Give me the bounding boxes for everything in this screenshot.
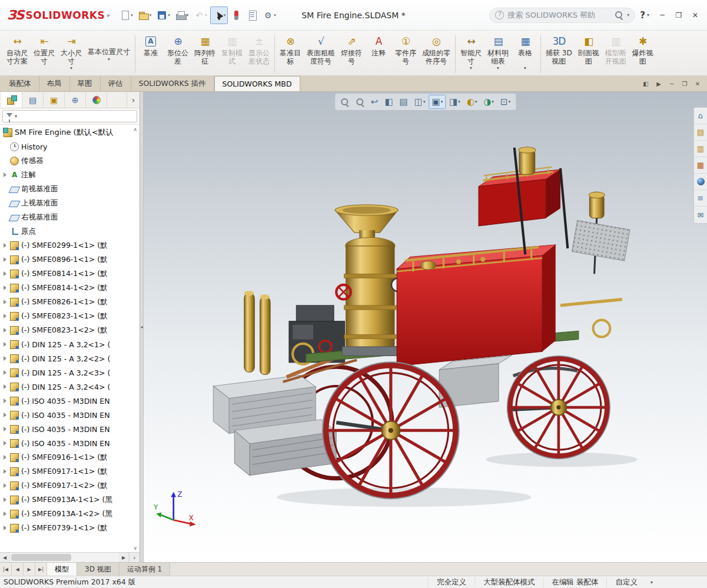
note-button[interactable]: A 注释: [365, 33, 392, 66]
tree-item[interactable]: (-) SMFE0917-1<1> (默: [0, 464, 140, 479]
appearances-scenes-tab[interactable]: [694, 174, 707, 190]
dropdown-caret-icon[interactable]: ▾: [627, 12, 629, 18]
expand-icon[interactable]: [3, 327, 8, 333]
tree-item[interactable]: (-) SMFE0823-1<2> (默: [0, 323, 140, 337]
first-tab-button[interactable]: |◀: [0, 563, 12, 576]
geometric-tolerance-button[interactable]: ⊕ 形位公差: [164, 33, 191, 66]
displaymanager-tab[interactable]: [86, 92, 107, 108]
expand-icon[interactable]: [3, 469, 8, 474]
close-panel-button[interactable]: ✕: [692, 78, 703, 89]
last-tab-button[interactable]: ▶|: [35, 563, 47, 576]
expand-icon[interactable]: [3, 384, 8, 390]
balloon-button[interactable]: ① 零件序号: [392, 33, 419, 66]
expand-icon[interactable]: [3, 454, 8, 460]
section-view-tool-button[interactable]: ◧: [381, 95, 396, 109]
bom-button[interactable]: ▤ 材料明细表 ▾: [484, 33, 512, 71]
expand-icon[interactable]: [3, 440, 8, 446]
size-dimension-button[interactable]: ⇥ 大小尺寸 ▾: [58, 33, 85, 71]
tree-item[interactable]: (-) SMFE0814-1<1> (默: [0, 267, 140, 281]
save-document-button[interactable]: ▾: [154, 6, 172, 24]
minimize-panel-button[interactable]: ─: [666, 78, 678, 89]
file-properties-button[interactable]: [244, 6, 260, 24]
expand-icon[interactable]: [3, 299, 8, 305]
apply-scene-button[interactable]: ◑ ▾: [480, 95, 497, 109]
auto-dimension-scheme-button[interactable]: ↔ 自动尺寸方案: [4, 33, 31, 66]
tree-root-item[interactable]: SM Fire Engine (默认<默认: [0, 125, 140, 139]
basic-location-dimension-button[interactable]: 基本位置尺寸 ▾: [85, 33, 133, 62]
tree-item[interactable]: (-) SMFE0299-1<1> (默: [0, 238, 140, 253]
expand-icon[interactable]: [3, 285, 8, 291]
custom-properties-tab[interactable]: ≡: [694, 190, 707, 207]
tree-item[interactable]: (-) ISO 4035 - M3DIN EN: [0, 394, 140, 408]
configurationmanager-tab[interactable]: ▣: [44, 92, 65, 108]
panel-expand-button[interactable]: ›: [129, 553, 140, 562]
new-document-button[interactable]: ▾: [117, 6, 135, 24]
tree-item[interactable]: (-) ISO 4035 - M3DIN EN: [0, 436, 140, 450]
tree-item[interactable]: (-) SMFE0739-1<1> (默: [0, 521, 140, 535]
tree-item[interactable]: 注解: [0, 168, 140, 182]
model-break-view-button[interactable]: ▥ 模型断开视图: [602, 33, 629, 66]
expand-icon[interactable]: [3, 341, 8, 347]
edit-appearance-button[interactable]: ◐ ▾: [464, 95, 480, 109]
command-tab[interactable]: 草图: [70, 76, 101, 91]
close-button[interactable]: ✕: [687, 8, 703, 22]
expand-icon[interactable]: [3, 398, 8, 404]
smart-dimension-button[interactable]: ↔ 智能尺寸 ▾: [457, 33, 484, 71]
tree-scroll-up[interactable]: ∧: [133, 127, 137, 132]
tree-item[interactable]: (-) SMFE0814-1<2> (默: [0, 281, 140, 295]
tree-item[interactable]: 传感器: [0, 154, 140, 168]
next-tab-button[interactable]: ▶: [24, 563, 35, 576]
tree-item[interactable]: (-) ISO 4035 - M3DIN EN: [0, 422, 140, 436]
propertymanager-tab[interactable]: ▤: [22, 92, 44, 108]
scroll-right-icon[interactable]: ▶: [119, 553, 129, 562]
tree-filter-input[interactable]: ▾: [2, 110, 137, 122]
tree-item[interactable]: 右视基准面: [0, 210, 140, 224]
dock-panel-right-button[interactable]: ▶: [653, 78, 665, 89]
expand-icon[interactable]: [3, 426, 8, 432]
view-orientation-button[interactable]: ▣ ▾: [429, 95, 446, 109]
help-menu[interactable]: ? ▾: [640, 10, 649, 21]
hide-show-items-button[interactable]: ◫ ▾: [411, 95, 429, 109]
scrollbar-thumb[interactable]: [11, 554, 71, 561]
command-tab[interactable]: 评估: [101, 76, 131, 91]
tree-item[interactable]: 上视基准面: [0, 196, 140, 210]
tree-item[interactable]: (-) SMFE0823-1<1> (默: [0, 309, 140, 323]
command-tab[interactable]: 布局: [39, 76, 70, 91]
dynamic-annotation-views-button[interactable]: ▤: [397, 95, 411, 109]
restore-button[interactable]: ❐: [671, 8, 687, 22]
command-tab[interactable]: 装配体: [1, 76, 39, 91]
options-button[interactable]: ⚙ ▾: [260, 6, 278, 24]
exploded-view-button[interactable]: ✱ 爆炸视图: [629, 33, 656, 66]
expand-icon[interactable]: [3, 483, 8, 489]
expand-icon[interactable]: [3, 242, 8, 248]
expand-icon[interactable]: [3, 370, 8, 376]
tree-item[interactable]: (-) DIN 125 - A 3,2<2> (: [0, 351, 140, 366]
auto-balloon-button[interactable]: ◎ 成组的零件序号: [419, 33, 453, 66]
tree-item[interactable]: (-) DIN 125 - A 3,2<4> (: [0, 380, 140, 394]
surface-finish-button[interactable]: √ 表面粗糙度符号: [304, 33, 338, 66]
panel-tab-overflow[interactable]: ›: [127, 92, 140, 108]
expand-icon[interactable]: [3, 271, 8, 277]
location-dimension-button[interactable]: ⇤ 位置尺寸: [31, 33, 58, 66]
tables-button[interactable]: ▦ 表格 ▾: [512, 33, 539, 71]
tree-item[interactable]: History: [0, 139, 140, 154]
open-document-button[interactable]: ▾: [136, 6, 154, 24]
section-view-button[interactable]: ◧ 剖面视图: [575, 33, 602, 66]
command-tab[interactable]: SOLIDWORKS MBD: [214, 76, 300, 91]
tree-item[interactable]: (-) SMFE0916-1<1> (默: [0, 450, 140, 464]
document-tab[interactable]: 模型: [47, 563, 77, 576]
menu-expand-icon[interactable]: ▸: [107, 12, 110, 18]
datum-button[interactable]: A 基准: [137, 33, 164, 66]
datum-target-button[interactable]: ⊗ 基准目标: [277, 33, 304, 66]
print-document-button[interactable]: ▾: [173, 6, 191, 24]
viewport[interactable]: ↩ ◧ ▤ ◫ ▾: [144, 92, 707, 562]
previous-view-button[interactable]: ↩: [368, 95, 381, 109]
expand-icon[interactable]: [3, 497, 8, 503]
tree-item[interactable]: (-) SMFE0896-1<1> (默: [0, 253, 140, 267]
tree-item[interactable]: 原点: [0, 224, 140, 238]
zoom-area-button[interactable]: [353, 95, 367, 109]
expand-icon[interactable]: [3, 172, 8, 178]
restore-panel-button[interactable]: ❐: [679, 78, 691, 89]
document-tab[interactable]: 3D 视图: [77, 563, 120, 576]
search-icon[interactable]: [615, 11, 623, 19]
